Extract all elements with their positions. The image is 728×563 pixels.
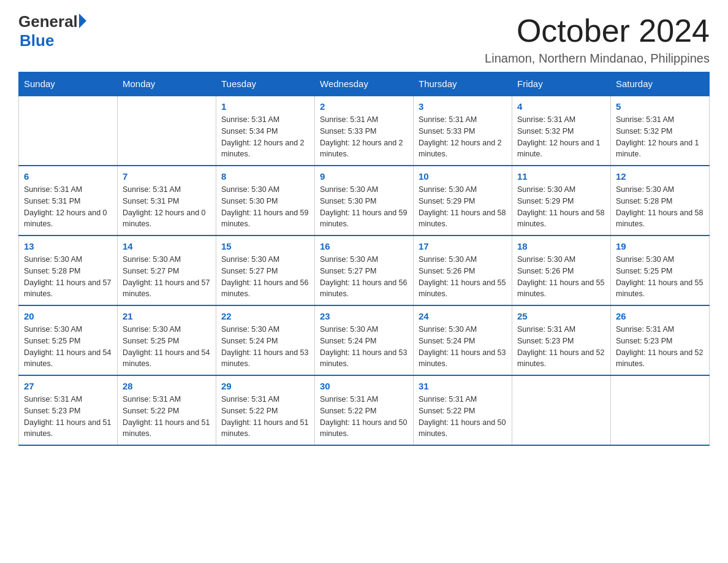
table-row: 11Sunrise: 5:30 AMSunset: 5:29 PMDayligh… bbox=[512, 166, 611, 236]
logo-general-text: General bbox=[18, 12, 78, 31]
calendar-week-row: 27Sunrise: 5:31 AMSunset: 5:23 PMDayligh… bbox=[19, 375, 710, 445]
day-number: 11 bbox=[517, 171, 605, 182]
table-row: 18Sunrise: 5:30 AMSunset: 5:26 PMDayligh… bbox=[512, 236, 611, 305]
day-info: Sunrise: 5:30 AMSunset: 5:26 PMDaylight:… bbox=[419, 254, 507, 300]
day-number: 14 bbox=[123, 241, 211, 251]
calendar-week-row: 13Sunrise: 5:30 AMSunset: 5:28 PMDayligh… bbox=[19, 236, 710, 305]
header-wednesday: Wednesday bbox=[315, 72, 414, 96]
day-number: 3 bbox=[419, 101, 507, 112]
table-row: 14Sunrise: 5:30 AMSunset: 5:27 PMDayligh… bbox=[118, 236, 216, 305]
day-info: Sunrise: 5:31 AMSunset: 5:23 PMDaylight:… bbox=[517, 324, 605, 370]
header-friday: Friday bbox=[512, 72, 611, 96]
day-number: 30 bbox=[320, 381, 408, 391]
table-row: 26Sunrise: 5:31 AMSunset: 5:23 PMDayligh… bbox=[611, 305, 710, 375]
page-header: General Blue October 2024 Linamon, North… bbox=[18, 12, 710, 66]
day-number: 24 bbox=[419, 311, 507, 321]
table-row: 6Sunrise: 5:31 AMSunset: 5:31 PMDaylight… bbox=[19, 166, 118, 236]
day-info: Sunrise: 5:31 AMSunset: 5:32 PMDaylight:… bbox=[616, 114, 704, 160]
day-info: Sunrise: 5:31 AMSunset: 5:33 PMDaylight:… bbox=[419, 114, 507, 160]
day-number: 6 bbox=[24, 171, 112, 182]
day-number: 1 bbox=[221, 101, 309, 112]
day-info: Sunrise: 5:30 AMSunset: 5:29 PMDaylight:… bbox=[419, 184, 507, 230]
calendar-week-row: 20Sunrise: 5:30 AMSunset: 5:25 PMDayligh… bbox=[19, 305, 710, 375]
day-number: 18 bbox=[517, 241, 605, 251]
day-info: Sunrise: 5:31 AMSunset: 5:34 PMDaylight:… bbox=[221, 114, 309, 160]
day-number: 12 bbox=[616, 171, 704, 182]
table-row: 21Sunrise: 5:30 AMSunset: 5:25 PMDayligh… bbox=[118, 305, 216, 375]
header-sunday: Sunday bbox=[19, 72, 118, 96]
title-section: October 2024 Linamon, Northern Mindanao,… bbox=[485, 12, 710, 66]
calendar-table: Sunday Monday Tuesday Wednesday Thursday… bbox=[18, 72, 710, 446]
day-info: Sunrise: 5:30 AMSunset: 5:28 PMDaylight:… bbox=[616, 184, 704, 230]
table-row: 13Sunrise: 5:30 AMSunset: 5:28 PMDayligh… bbox=[19, 236, 118, 305]
logo-arrow-icon bbox=[79, 13, 86, 28]
day-info: Sunrise: 5:31 AMSunset: 5:23 PMDaylight:… bbox=[24, 394, 112, 440]
table-row: 28Sunrise: 5:31 AMSunset: 5:22 PMDayligh… bbox=[118, 375, 216, 445]
table-row: 15Sunrise: 5:30 AMSunset: 5:27 PMDayligh… bbox=[216, 236, 315, 305]
day-number: 13 bbox=[24, 241, 112, 251]
table-row: 7Sunrise: 5:31 AMSunset: 5:31 PMDaylight… bbox=[118, 166, 216, 236]
day-number: 7 bbox=[123, 171, 211, 182]
day-number: 2 bbox=[320, 101, 408, 112]
calendar-week-row: 1Sunrise: 5:31 AMSunset: 5:34 PMDaylight… bbox=[19, 96, 710, 166]
day-info: Sunrise: 5:30 AMSunset: 5:29 PMDaylight:… bbox=[517, 184, 605, 230]
day-number: 20 bbox=[24, 311, 112, 321]
table-row: 27Sunrise: 5:31 AMSunset: 5:23 PMDayligh… bbox=[19, 375, 118, 445]
day-number: 31 bbox=[419, 381, 507, 391]
day-info: Sunrise: 5:30 AMSunset: 5:24 PMDaylight:… bbox=[221, 324, 309, 370]
day-number: 27 bbox=[24, 381, 112, 391]
table-row: 25Sunrise: 5:31 AMSunset: 5:23 PMDayligh… bbox=[512, 305, 611, 375]
table-row: 16Sunrise: 5:30 AMSunset: 5:27 PMDayligh… bbox=[315, 236, 414, 305]
day-number: 29 bbox=[221, 381, 309, 391]
day-number: 26 bbox=[616, 311, 704, 321]
day-info: Sunrise: 5:31 AMSunset: 5:32 PMDaylight:… bbox=[517, 114, 605, 160]
day-info: Sunrise: 5:30 AMSunset: 5:24 PMDaylight:… bbox=[419, 324, 507, 370]
day-info: Sunrise: 5:30 AMSunset: 5:28 PMDaylight:… bbox=[24, 254, 112, 300]
table-row: 22Sunrise: 5:30 AMSunset: 5:24 PMDayligh… bbox=[216, 305, 315, 375]
day-info: Sunrise: 5:31 AMSunset: 5:22 PMDaylight:… bbox=[221, 394, 309, 440]
table-row: 1Sunrise: 5:31 AMSunset: 5:34 PMDaylight… bbox=[216, 96, 315, 166]
day-info: Sunrise: 5:30 AMSunset: 5:30 PMDaylight:… bbox=[320, 184, 408, 230]
day-info: Sunrise: 5:30 AMSunset: 5:27 PMDaylight:… bbox=[123, 254, 211, 300]
table-row: 9Sunrise: 5:30 AMSunset: 5:30 PMDaylight… bbox=[315, 166, 414, 236]
table-row: 2Sunrise: 5:31 AMSunset: 5:33 PMDaylight… bbox=[315, 96, 414, 166]
calendar-week-row: 6Sunrise: 5:31 AMSunset: 5:31 PMDaylight… bbox=[19, 166, 710, 236]
day-info: Sunrise: 5:31 AMSunset: 5:31 PMDaylight:… bbox=[123, 184, 211, 230]
day-number: 4 bbox=[517, 101, 605, 112]
day-number: 5 bbox=[616, 101, 704, 112]
day-info: Sunrise: 5:31 AMSunset: 5:33 PMDaylight:… bbox=[320, 114, 408, 160]
table-row bbox=[512, 375, 611, 445]
day-number: 21 bbox=[123, 311, 211, 321]
day-info: Sunrise: 5:30 AMSunset: 5:27 PMDaylight:… bbox=[221, 254, 309, 300]
table-row bbox=[611, 375, 710, 445]
day-info: Sunrise: 5:30 AMSunset: 5:25 PMDaylight:… bbox=[616, 254, 704, 300]
header-thursday: Thursday bbox=[414, 72, 512, 96]
day-info: Sunrise: 5:31 AMSunset: 5:31 PMDaylight:… bbox=[24, 184, 112, 230]
table-row: 24Sunrise: 5:30 AMSunset: 5:24 PMDayligh… bbox=[414, 305, 512, 375]
day-info: Sunrise: 5:30 AMSunset: 5:26 PMDaylight:… bbox=[517, 254, 605, 300]
logo-blue-text: Blue bbox=[20, 31, 54, 50]
day-info: Sunrise: 5:30 AMSunset: 5:25 PMDaylight:… bbox=[123, 324, 211, 370]
table-row: 4Sunrise: 5:31 AMSunset: 5:32 PMDaylight… bbox=[512, 96, 611, 166]
calendar-header-row: Sunday Monday Tuesday Wednesday Thursday… bbox=[19, 72, 710, 96]
header-saturday: Saturday bbox=[611, 72, 710, 96]
day-number: 23 bbox=[320, 311, 408, 321]
day-info: Sunrise: 5:30 AMSunset: 5:25 PMDaylight:… bbox=[24, 324, 112, 370]
month-title: October 2024 bbox=[485, 12, 710, 49]
day-number: 8 bbox=[221, 171, 309, 182]
table-row bbox=[19, 96, 118, 166]
day-number: 16 bbox=[320, 241, 408, 251]
day-number: 19 bbox=[616, 241, 704, 251]
table-row: 8Sunrise: 5:30 AMSunset: 5:30 PMDaylight… bbox=[216, 166, 315, 236]
day-info: Sunrise: 5:31 AMSunset: 5:23 PMDaylight:… bbox=[616, 324, 704, 370]
table-row: 12Sunrise: 5:30 AMSunset: 5:28 PMDayligh… bbox=[611, 166, 710, 236]
day-info: Sunrise: 5:30 AMSunset: 5:24 PMDaylight:… bbox=[320, 324, 408, 370]
day-number: 17 bbox=[419, 241, 507, 251]
table-row: 3Sunrise: 5:31 AMSunset: 5:33 PMDaylight… bbox=[414, 96, 512, 166]
table-row: 23Sunrise: 5:30 AMSunset: 5:24 PMDayligh… bbox=[315, 305, 414, 375]
logo: General Blue bbox=[18, 12, 86, 50]
table-row: 29Sunrise: 5:31 AMSunset: 5:22 PMDayligh… bbox=[216, 375, 315, 445]
day-number: 22 bbox=[221, 311, 309, 321]
day-info: Sunrise: 5:30 AMSunset: 5:30 PMDaylight:… bbox=[221, 184, 309, 230]
table-row: 5Sunrise: 5:31 AMSunset: 5:32 PMDaylight… bbox=[611, 96, 710, 166]
